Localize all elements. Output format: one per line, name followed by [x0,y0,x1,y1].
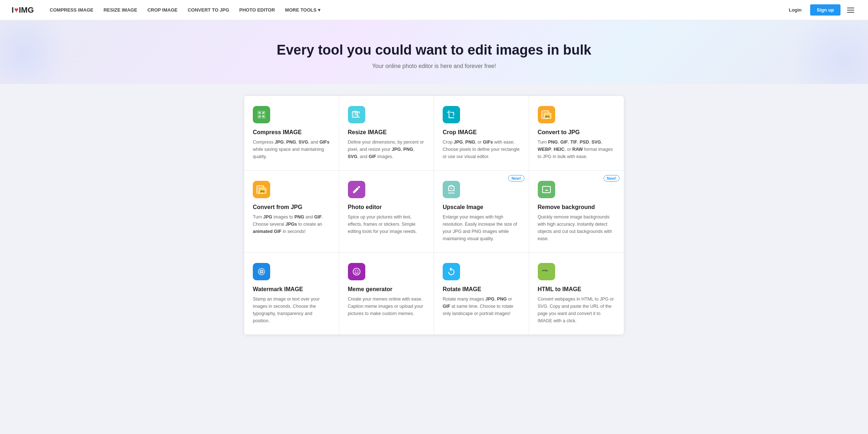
tool-icon-upscale-image [443,181,460,198]
tool-title-remove-background: Remove background [538,204,616,210]
new-badge: New! [604,175,620,182]
tool-desc-upscale-image: Enlarge your images with high resolution… [443,213,520,242]
tool-title-compress-image: Compress IMAGE [253,129,330,136]
signup-button[interactable]: Sign up [810,4,841,16]
logo-i: I [12,5,14,15]
tool-icon-crop-image [443,106,460,123]
nav-photo-editor[interactable]: PHOTO EDITOR [235,5,279,15]
login-button[interactable]: Login [784,5,806,15]
tool-desc-resize-image: Define your dimensions, by percent or pi… [348,139,425,160]
tool-card-crop-image[interactable]: Crop IMAGE Crop JPG, PNG, or GIFs with e… [434,96,529,171]
menu-bar-2 [847,10,854,10]
tool-icon-photo-editor [348,181,365,198]
tool-desc-crop-image: Crop JPG, PNG, or GIFs with ease; Choose… [443,139,520,160]
tool-card-convert-to-jpg[interactable]: JPG Convert to JPG Turn PNG, GIF, TIF, P… [529,96,624,171]
tool-title-meme-generator: Meme generator [348,286,425,293]
tool-desc-convert-from-jpg: Turn JPG images to PNG and GIF. Choose s… [253,213,330,235]
tools-section: Compress IMAGE Compress JPG, PNG, SVG, a… [235,84,633,349]
nav-convert-jpg[interactable]: CONVERT TO JPG [183,5,234,15]
svg-text:HTML: HTML [542,269,548,272]
tool-icon-convert-from-jpg: JPG [253,181,270,198]
tool-card-resize-image[interactable]: Resize IMAGE Define your dimensions, by … [339,96,434,171]
svg-text:JPG: JPG [545,115,549,118]
menu-button[interactable] [845,5,856,15]
hero-section: Every tool you could want to edit images… [0,20,868,84]
logo-heart: ♥ [14,6,18,14]
tool-icon-rotate-image [443,263,460,280]
menu-bar-3 [847,12,854,13]
tool-icon-compress-image [253,106,270,123]
nav-resize[interactable]: RESIZE IMAGE [99,5,141,15]
tool-card-photo-editor[interactable]: Photo editor Spice up your pictures with… [339,171,434,253]
navbar: I♥IMG COMPRESS IMAGE RESIZE IMAGE CROP I… [0,0,868,20]
tool-title-watermark-image: Watermark IMAGE [253,286,330,293]
tool-card-compress-image[interactable]: Compress IMAGE Compress JPG, PNG, SVG, a… [244,96,339,171]
tool-desc-compress-image: Compress JPG, PNG, SVG, and GIFs while s… [253,139,330,160]
navbar-actions: Login Sign up [784,4,856,16]
tool-card-html-to-image[interactable]: HTML HTML to IMAGE Convert webpages in H… [529,253,624,335]
menu-bar-1 [847,8,854,8]
tool-title-resize-image: Resize IMAGE [348,129,425,136]
tool-desc-remove-background: Quickly remove image backgrounds with hi… [538,213,616,242]
tool-title-convert-from-jpg: Convert from JPG [253,204,330,210]
svg-text:JPG: JPG [260,190,265,192]
nav-crop[interactable]: CROP IMAGE [143,5,182,15]
tool-icon-resize-image [348,106,365,123]
nav-links: COMPRESS IMAGE RESIZE IMAGE CROP IMAGE C… [46,5,784,15]
tool-icon-watermark-image [253,263,270,280]
tool-desc-html-to-image: Convert webpages in HTML to JPG or SVG. … [538,295,616,324]
tool-desc-watermark-image: Stamp an image or text over your images … [253,295,330,324]
tool-card-upscale-image[interactable]: New! Upscale Image Enlarge your images w… [434,171,529,253]
tool-desc-photo-editor: Spice up your pictures with text, effect… [348,213,425,235]
tool-title-html-to-image: HTML to IMAGE [538,286,616,293]
tool-title-crop-image: Crop IMAGE [443,129,520,136]
tool-title-photo-editor: Photo editor [348,204,425,210]
tool-card-watermark-image[interactable]: Watermark IMAGE Stamp an image or text o… [244,253,339,335]
tool-icon-html-to-image: HTML [538,263,555,280]
tool-desc-meme-generator: Create your memes online with ease. Capt… [348,295,425,317]
svg-point-14 [353,268,361,276]
tool-title-upscale-image: Upscale Image [443,204,520,210]
chevron-down-icon: ▾ [318,7,320,13]
hero-subtitle: Your online photo editor is here and for… [12,63,856,69]
nav-more-tools[interactable]: MORE TOOLS ▾ [281,5,325,15]
tool-card-remove-background[interactable]: New! Remove background Quickly remove im… [529,171,624,253]
tool-icon-convert-to-jpg: JPG [538,106,555,123]
svg-point-17 [357,270,358,271]
tool-card-convert-from-jpg[interactable]: JPG Convert from JPG Turn JPG images to … [244,171,339,253]
nav-compress[interactable]: COMPRESS IMAGE [46,5,98,15]
tool-title-rotate-image: Rotate IMAGE [443,286,520,293]
logo-img: IMG [19,5,34,15]
svg-point-16 [355,270,356,271]
new-badge: New! [508,175,524,182]
tool-title-convert-to-jpg: Convert to JPG [538,129,616,136]
tool-desc-rotate-image: Rotate many images JPG, PNG or GIF at sa… [443,295,520,317]
tools-grid: Compress IMAGE Compress JPG, PNG, SVG, a… [244,95,624,335]
tool-icon-meme-generator [348,263,365,280]
tool-card-rotate-image[interactable]: Rotate IMAGE Rotate many images JPG, PNG… [434,253,529,335]
hero-title: Every tool you could want to edit images… [12,42,856,59]
brand-logo[interactable]: I♥IMG [12,5,34,15]
tool-icon-remove-background [538,181,555,198]
tool-desc-convert-to-jpg: Turn PNG, GIF, TIF, PSD, SVG, WEBP, HEIC… [538,139,616,160]
tool-card-meme-generator[interactable]: Meme generator Create your memes online … [339,253,434,335]
